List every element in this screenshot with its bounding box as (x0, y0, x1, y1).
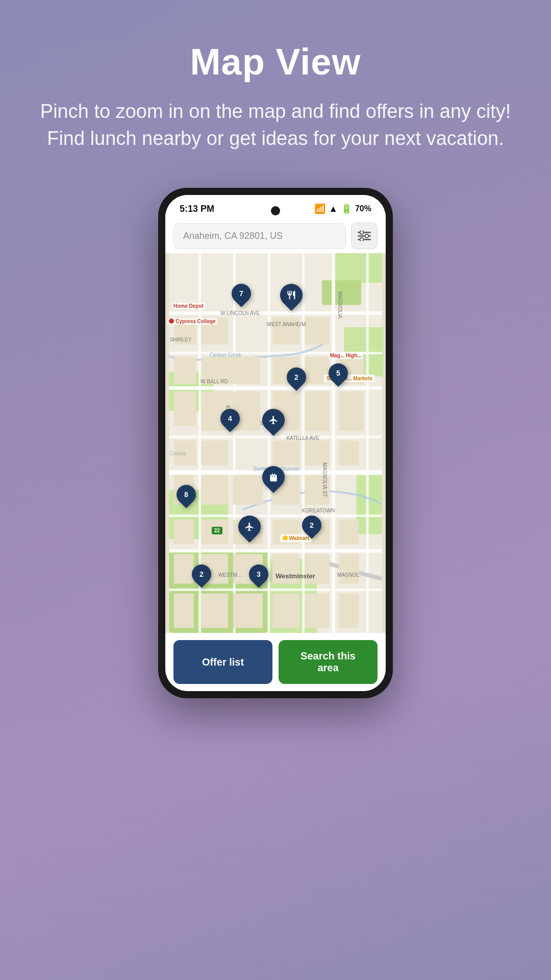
svg-rect-45 (272, 441, 299, 465)
location-search-input[interactable]: Anaheim, CA 92801, US (173, 223, 346, 249)
svg-rect-44 (201, 441, 228, 465)
signal-icon: ▲ (329, 204, 338, 214)
phone-wrapper: 5:13 PM 📶 ▲ 🔋 70% Anaheim, CA 92801, US (158, 188, 393, 698)
map-pin-5[interactable] (262, 409, 285, 431)
svg-rect-49 (201, 475, 228, 505)
svg-rect-38 (305, 317, 329, 345)
phone-frame: 5:13 PM 📶 ▲ 🔋 70% Anaheim, CA 92801, US (158, 188, 393, 698)
svg-rect-65 (174, 594, 194, 628)
map-pin-6[interactable] (262, 466, 285, 488)
svg-rect-70 (339, 594, 359, 628)
svg-rect-66 (201, 594, 228, 628)
map-area[interactable]: Home Depot Cypress College SHIRLEY W LIN… (165, 253, 386, 633)
map-pin-1[interactable] (280, 284, 303, 306)
map-pin-9[interactable]: 2 (302, 516, 321, 535)
svg-point-3 (360, 231, 364, 234)
map-label-carbon-creek: Carbon Creek (209, 352, 241, 358)
status-icons: 📶 ▲ 🔋 70% (314, 203, 371, 214)
filter-icon (358, 231, 371, 241)
map-label-magnolia-mid: MAGNOLIA ST (322, 462, 328, 497)
map-label-west-anaheim: WEST ANAHEIM (267, 322, 306, 327)
map-pin-2[interactable]: 2 (287, 368, 306, 387)
svg-rect-67 (233, 594, 263, 628)
search-bar-area: Anaheim, CA 92801, US (165, 218, 386, 253)
map-pin-0[interactable]: 7 (232, 284, 251, 303)
map-pin-10[interactable]: 2 (192, 565, 211, 584)
map-label-westm: WESTM... (218, 572, 242, 578)
map-label-magnol: MAGNOL (337, 572, 359, 578)
svg-rect-59 (174, 554, 194, 584)
map-label-koreatown: KOREATOWN (302, 508, 335, 513)
svg-rect-27 (332, 253, 335, 633)
svg-rect-40 (305, 391, 329, 431)
search-placeholder: Anaheim, CA 92801, US (183, 231, 283, 241)
svg-rect-68 (272, 594, 299, 628)
svg-rect-64 (339, 554, 359, 584)
wifi-icon: 📶 (314, 203, 325, 214)
svg-rect-50 (233, 475, 263, 505)
map-sign-22: 22 (212, 527, 222, 534)
map-label-katella: KATELLA AVE (287, 435, 319, 441)
svg-rect-7 (332, 253, 382, 283)
svg-rect-47 (339, 441, 359, 465)
camera-notch (271, 206, 280, 215)
header-section: Map View Pinch to zoom in on the map and… (0, 0, 551, 173)
battery-icon: 🔋 (341, 203, 352, 214)
svg-point-5 (360, 238, 364, 241)
map-label-shirley: SHIRLEY (170, 337, 192, 342)
svg-rect-69 (305, 594, 329, 628)
svg-point-4 (365, 234, 369, 238)
map-label-westminster: Westminster (276, 572, 315, 580)
phone-screen: 5:13 PM 📶 ▲ 🔋 70% Anaheim, CA 92801, US (165, 195, 386, 691)
svg-rect-14 (356, 475, 382, 534)
header-subtitle: Pinch to zoom in on the map and find off… (31, 98, 520, 152)
svg-rect-31 (174, 357, 196, 384)
search-area-button[interactable]: Search this area (279, 640, 378, 684)
svg-rect-58 (339, 520, 359, 544)
map-label-magnolia-top: MAGNOLIA (337, 291, 343, 318)
map-pin-7[interactable]: 8 (177, 485, 196, 504)
svg-rect-42 (339, 391, 364, 431)
map-label-walmart: Walmart (280, 534, 312, 542)
map-label-cypress-college: Cypress College (167, 318, 217, 325)
page-title: Map View (31, 41, 520, 83)
map-pin-11[interactable]: 3 (249, 565, 268, 584)
map-label-ball: W BALL RD (201, 379, 228, 384)
status-time: 5:13 PM (180, 204, 214, 214)
map-pin-8[interactable] (238, 516, 261, 538)
map-pin-3[interactable]: 5 (329, 363, 348, 383)
map-label-mag-high: Mag... High... (329, 352, 363, 359)
offer-list-button[interactable]: Offer list (173, 640, 272, 684)
map-label-lincoln: W LINCOLN AVE (220, 310, 260, 316)
filter-button[interactable] (351, 223, 378, 249)
bottom-buttons: Offer list Search this area (165, 633, 386, 691)
map-label-home-depot: Home Depot (172, 303, 205, 309)
svg-rect-53 (174, 520, 194, 544)
svg-rect-32 (174, 391, 196, 426)
map-pin-4[interactable]: 4 (220, 409, 240, 428)
battery-percent: 70% (355, 204, 371, 213)
map-label-course: Course (170, 451, 186, 456)
